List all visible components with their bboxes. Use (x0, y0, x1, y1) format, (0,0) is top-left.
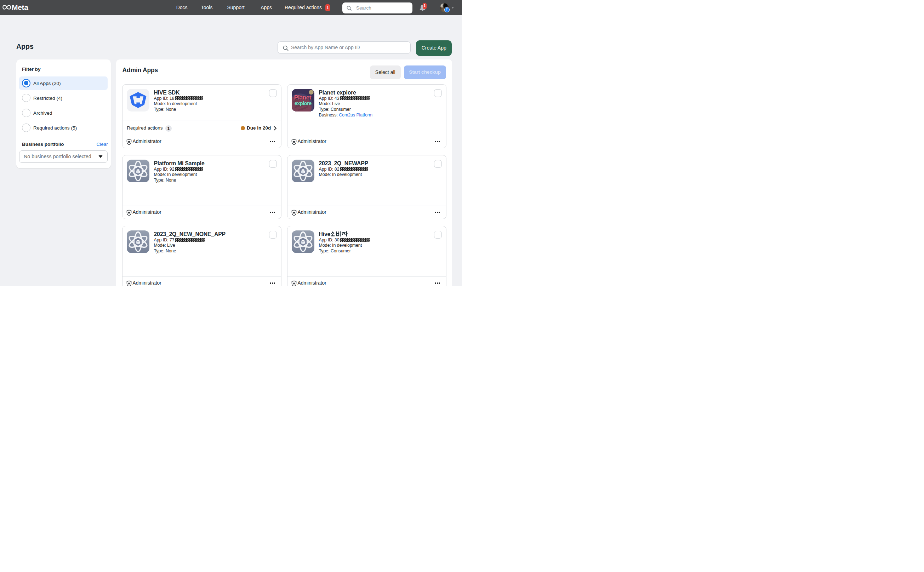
svg-text:Planet: Planet (294, 94, 311, 101)
svg-text:explore: explore (294, 100, 311, 106)
